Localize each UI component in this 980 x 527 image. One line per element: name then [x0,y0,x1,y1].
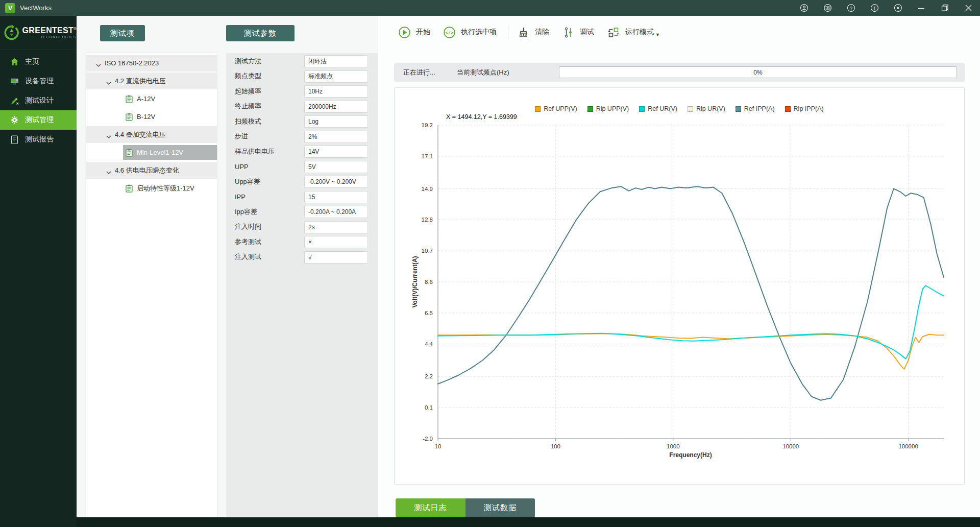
param-input-12[interactable] [304,236,368,248]
toolbar-button-1[interactable]: </>执行选中项 [444,27,497,38]
test-item-tree: ISO 16750-2:20234.2 直流供电电压A-12VB-12V4.4 … [86,53,217,517]
toolbar-button-0[interactable]: 开始 [399,27,430,38]
sidebar-nav: 主页设备管理测试设计测试管理测试报告 [0,52,77,149]
sidebar-item-0[interactable]: 主页 [0,52,77,71]
close-icon[interactable] [957,0,980,16]
param-input-5[interactable] [304,131,368,143]
progress-bar: 0% [559,66,957,78]
help-icon[interactable]: ? [839,0,863,16]
param-input-8[interactable] [304,176,368,188]
tree-row[interactable]: B-12V [86,108,217,125]
sidebar: GREENTEST® TECHNOLOGIES 主页设备管理测试设计测试管理测试… [0,16,77,527]
param-row: 注入测试 [226,250,378,265]
sidebar-item-4[interactable]: 测试报告 [0,130,77,149]
param-label: 注入时间 [235,222,261,231]
toolbar-button-4[interactable]: 运行模式▼ [607,27,660,38]
y-tick-label: 4.4 [425,341,433,347]
param-row: Ipp容差 [226,204,378,220]
param-label: 样品供电电压 [235,147,275,156]
param-row: 步进 [226,129,378,145]
maximize-icon[interactable] [933,0,957,16]
y-tick-label: 10.7 [422,248,433,254]
param-input-11[interactable] [304,221,368,233]
param-input-0[interactable] [304,55,368,67]
param-row: 扫频模式 [226,114,378,129]
tree-row-label: 4.2 直流供电电压 [115,77,166,86]
tree-row[interactable]: A-12V [86,90,217,107]
document-icon [126,113,133,121]
param-row: 起始频率 [226,84,378,99]
param-input-6[interactable] [304,146,368,158]
sidebar-item-3[interactable]: 测试管理 [0,110,77,130]
play-icon [399,27,413,38]
app-window: V VectWorks LAN?i GREENTEST® TECHNOLOGIE… [0,0,980,527]
design-icon [10,97,19,105]
svg-text:LAN: LAN [825,7,829,9]
device-icon [10,77,19,86]
gear-icon [10,116,19,125]
param-input-3[interactable] [304,101,368,113]
network-lan-icon[interactable]: LAN [816,0,839,16]
execute-icon: </> [444,27,458,38]
param-input-13[interactable] [304,251,368,264]
minimize-icon[interactable] [910,0,933,16]
param-label: 参考测试 [235,237,261,247]
document-icon [126,95,133,103]
param-input-7[interactable] [304,161,368,173]
toolbar-button-3[interactable]: 调试 [562,27,594,38]
run-mode-icon [607,27,622,38]
y-tick-label: 14.9 [422,186,433,192]
toolbar-separator [508,26,508,39]
y-tick-label: 12.8 [422,217,433,223]
svg-text:i: i [874,6,875,11]
app-logo-icon: V [5,3,15,13]
params-panel-header: 测试参数 [226,25,295,41]
tree-row[interactable]: Min-Level1-12V [86,144,217,161]
y-tick-label: 17.1 [422,153,433,159]
param-input-4[interactable] [304,115,368,128]
tree-row[interactable]: ISO 16750-2:2023 [86,55,217,71]
param-row: 终止频率 [226,99,378,114]
param-label: Upp容差 [235,177,260,186]
tree-row-label: ISO 16750-2:2023 [105,59,159,67]
greentest-logo-icon [3,23,20,42]
sidebar-item-2[interactable]: 测试设计 [0,91,77,110]
sidebar-item-1[interactable]: 设备管理 [0,71,77,91]
param-input-10[interactable] [304,206,368,218]
tree-row[interactable]: 4.4 叠加交流电压 [86,126,217,143]
user-icon[interactable] [792,0,816,16]
param-input-9[interactable] [304,191,368,203]
document-icon [126,184,133,193]
sidebar-item-label: 测试管理 [25,115,54,125]
param-input-2[interactable] [304,85,368,98]
chevron-down-icon [106,133,111,137]
home-icon [10,58,19,66]
disconnect-icon[interactable] [886,0,910,16]
svg-text:?: ? [849,6,852,11]
tree-row[interactable]: 4.2 直流供电电压 [86,73,217,89]
brand-logo: GREENTEST® TECHNOLOGIES [0,16,77,50]
app-title: VectWorks [20,4,52,12]
y-axis-title: Volt(V)/Current(A) [411,256,419,307]
param-label: 步进 [235,132,248,141]
param-input-1[interactable] [304,70,368,83]
toolbar-button-label: 运行模式 [625,28,654,37]
sidebar-item-label: 设备管理 [25,77,54,86]
tree-row[interactable]: 启动特性等级1-12V [86,180,217,197]
param-label: 注入测试 [235,252,261,261]
test-data-button[interactable]: 测试数据 [465,498,535,517]
param-label: Ipp容差 [235,207,257,217]
series-Ref IPP(A) [438,186,944,400]
tree-row[interactable]: 4.6 供电电压瞬态变化 [86,162,217,179]
x-tick-label: 10 [435,443,442,449]
info-icon[interactable]: i [863,0,886,16]
main-area: 开始</>执行选中项清除调试运行模式▼ 正在进行... 当前测试频点(Hz) 0… [378,16,980,517]
tree-row-label: 4.4 叠加交流电压 [115,130,166,139]
param-label: 扫频模式 [235,117,261,126]
tree-row-label: Min-Level1-12V [137,149,183,156]
titlebar: V VectWorks LAN?i [0,0,980,16]
toolbar-button-2[interactable]: 清除 [518,27,549,38]
chart-plot[interactable]: 19.217.114.912.810.78.66.54.42.20.1-2.01… [395,88,965,485]
y-tick-label: 0.1 [425,404,433,411]
test-log-button[interactable]: 测试日志 [396,498,465,517]
